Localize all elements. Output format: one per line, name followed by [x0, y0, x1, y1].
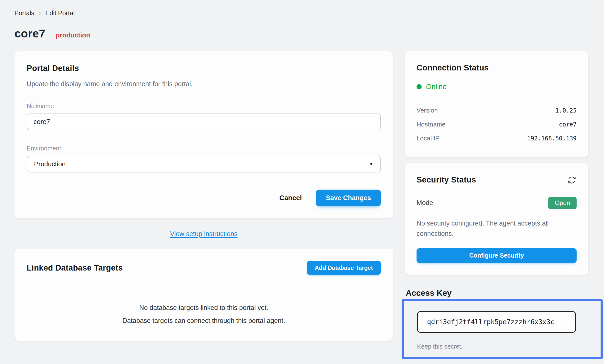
refresh-icon[interactable]: [567, 175, 577, 185]
content-columns: Portal Details Update the display name a…: [14, 51, 588, 364]
version-value: 1.0.25: [555, 107, 577, 114]
empty-state-line2: Database targets can connect through thi…: [27, 317, 381, 325]
access-key-highlight-box: Keep this secret.: [402, 299, 603, 359]
empty-state-line1: No database targets linked to this porta…: [27, 304, 381, 312]
access-key-caption: Keep this secret.: [417, 343, 587, 350]
connection-info-rows: Version 1.0.25 Hostname core7 Local IP 1…: [416, 103, 577, 145]
nickname-label: Nickname: [27, 102, 381, 109]
form-actions: Cancel Save Changes: [27, 190, 381, 206]
mode-row: Mode Open: [416, 197, 577, 209]
hostname-label: Hostname: [416, 121, 446, 128]
version-row: Version 1.0.25: [416, 103, 577, 117]
local-ip-value: 192.168.50.139: [527, 135, 577, 142]
connection-status-title: Connection Status: [416, 63, 577, 73]
edit-portal-page: Portals › Edit Portal core7 production P…: [0, 0, 604, 364]
breadcrumb-portals[interactable]: Portals: [14, 9, 34, 17]
right-column: Connection Status Online Version 1.0.25 …: [405, 51, 588, 364]
breadcrumb-edit-portal: Edit Portal: [45, 9, 75, 17]
chevron-down-icon: ▼: [369, 161, 374, 167]
cancel-button[interactable]: Cancel: [272, 190, 309, 206]
left-column: Portal Details Update the display name a…: [14, 51, 393, 341]
online-status-text: Online: [426, 83, 447, 91]
breadcrumb: Portals › Edit Portal: [14, 9, 588, 17]
access-key-title: Access Key: [406, 288, 588, 298]
view-setup-instructions-link[interactable]: View setup instructions: [170, 230, 238, 238]
security-status-title: Security Status: [416, 175, 476, 184]
environment-field-group: Environment Production ▼: [27, 145, 381, 172]
connection-status-row: Online: [416, 83, 577, 91]
security-description: No security configured. The agent accept…: [416, 218, 577, 239]
version-label: Version: [416, 107, 438, 114]
linked-targets-header: Linked Database Targets Add Database Tar…: [27, 261, 381, 275]
local-ip-row: Local IP 192.168.50.139: [416, 131, 577, 145]
portal-details-card: Portal Details Update the display name a…: [14, 51, 393, 218]
page-title: core7: [14, 27, 45, 40]
environment-select[interactable]: Production ▼: [27, 156, 381, 172]
local-ip-label: Local IP: [416, 134, 440, 142]
environment-selected-value: Production: [34, 160, 66, 168]
setup-link-row: View setup instructions: [14, 230, 393, 238]
page-header: core7 production: [14, 27, 588, 40]
linked-targets-title: Linked Database Targets: [27, 263, 123, 273]
add-database-target-button[interactable]: Add Database Target: [307, 261, 381, 275]
nickname-field-group: Nickname: [27, 102, 381, 130]
save-changes-button[interactable]: Save Changes: [316, 190, 381, 206]
online-status-dot-icon: [416, 84, 422, 89]
linked-targets-empty-state: No database targets linked to this porta…: [27, 304, 381, 325]
access-key-input[interactable]: [417, 311, 576, 333]
portal-details-subtitle: Update the display name and environment …: [27, 80, 381, 88]
portal-details-title: Portal Details: [27, 64, 381, 73]
hostname-row: Hostname core7: [416, 117, 577, 131]
security-status-card: Security Status Mode Open No security: [405, 163, 588, 275]
linked-targets-card: Linked Database Targets Add Database Tar…: [14, 249, 393, 341]
nickname-input[interactable]: [27, 113, 381, 130]
security-status-header: Security Status: [416, 175, 577, 185]
configure-security-button[interactable]: Configure Security: [416, 248, 577, 263]
hostname-value: core7: [559, 121, 577, 128]
environment-tag: production: [56, 32, 90, 39]
breadcrumb-separator-icon: ›: [39, 10, 41, 17]
mode-label: Mode: [416, 199, 433, 207]
environment-label: Environment: [27, 145, 381, 152]
connection-status-card: Connection Status Online Version 1.0.25 …: [405, 51, 588, 157]
mode-open-badge: Open: [548, 197, 577, 209]
